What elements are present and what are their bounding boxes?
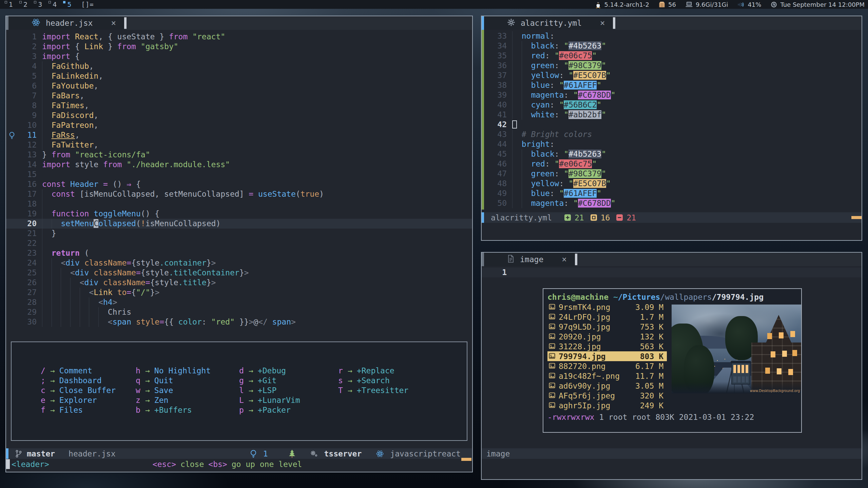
code-line-12: 12FaTwitter, xyxy=(6,140,472,150)
code-line-2: 2import { Link } from "gatsby" xyxy=(6,42,472,52)
file-row-882720.png[interactable]: 882720.png6.17 M xyxy=(547,361,667,371)
code-line-45: 45black: "#4b5263" xyxy=(482,149,862,159)
code-line-42: 42 xyxy=(482,120,862,130)
whichkey-item-explorer[interactable]: e→Explorer xyxy=(40,395,116,405)
line-number: 41 xyxy=(488,110,507,120)
file-row-24LrDFQ.jpg[interactable]: 24LrDFQ.jpg1.7 M xyxy=(547,312,667,322)
path-segment: /799794.jpg xyxy=(712,293,764,301)
file-row-9rsmTK4.png[interactable]: 9rsmTK4.png3.09 M xyxy=(547,302,667,312)
whichkey-item--replace[interactable]: r→+Replace xyxy=(338,366,408,376)
workspace-indicator xyxy=(49,1,51,3)
code-line-27: 27<Link to={"/"}> xyxy=(6,288,472,297)
file-row-31228.jpg[interactable]: 31228.jpg563 K xyxy=(547,341,667,351)
workspace-tag-5[interactable]: 5 xyxy=(62,0,76,9)
statusline-left: master header.jsx 1 tsserver javascriptr… xyxy=(6,448,472,459)
whichkey-item-close-buffer[interactable]: c→Close Buffer xyxy=(40,386,116,395)
status-item-volume: 41% xyxy=(737,1,761,8)
bufferline: header.jsx × xyxy=(6,16,472,30)
git-branch-icon xyxy=(15,450,22,458)
line-number: 40 xyxy=(488,100,507,110)
whichkey-item--git[interactable]: g→+Git xyxy=(239,376,300,386)
path-segment: /Pictures xyxy=(618,293,660,301)
close-icon[interactable]: × xyxy=(562,255,566,264)
whichkey-item--treesitter[interactable]: T→+Treesitter xyxy=(338,386,408,395)
arrow-icon: → xyxy=(50,376,55,386)
file-permissions: -rwxrwxrwx 1 root root 803K 2021-03-01 2… xyxy=(547,412,801,422)
whichkey-item-comment[interactable]: /→Comment xyxy=(40,366,116,376)
arrow-icon: → xyxy=(50,395,55,405)
line-number: 3 xyxy=(18,52,37,61)
code-line-39: 39magenta: "#C678DD" xyxy=(482,90,862,100)
code-line-23: 23return ( xyxy=(6,248,472,258)
tab-alacritty-yml[interactable]: alacritty.yml × xyxy=(484,16,613,30)
whichkey-item--packer[interactable]: p→+Packer xyxy=(239,405,300,415)
line-number: 46 xyxy=(488,159,507,169)
file-row-AFq5r6j.jpeg[interactable]: AFq5r6j.jpeg320 K xyxy=(547,391,667,401)
tab-indicator xyxy=(482,253,484,266)
file-row-ad6v90y.jpg[interactable]: ad6v90y.jpg3.05 M xyxy=(547,381,667,391)
arrow-icon: → xyxy=(249,376,253,386)
whichkey-item--lsp[interactable]: l→+LSP xyxy=(239,386,300,395)
close-icon[interactable]: × xyxy=(111,18,116,28)
tab-image[interactable]: image × xyxy=(484,253,575,266)
code-line-30: 30<span style={{ color: "red" }}>@</ spa… xyxy=(6,317,472,327)
code-line-25: 25<div className={style.titleContainer}> xyxy=(6,268,472,278)
clock-icon xyxy=(771,1,777,8)
whichkey-item-zen[interactable]: z→Zen xyxy=(135,395,211,405)
line-number: 35 xyxy=(488,51,507,61)
layout-symbol[interactable]: []= xyxy=(76,1,98,8)
arrow-icon: → xyxy=(249,395,253,405)
image-file-icon xyxy=(549,342,555,351)
line-number: 34 xyxy=(488,41,507,51)
code-line-1: 1import React, { useState } from "react" xyxy=(6,32,472,42)
file-row-97q9L5D.jpg[interactable]: 97q9L5D.jpg753 K xyxy=(547,322,667,332)
whichkey-item--search[interactable]: s→+Search xyxy=(338,376,408,386)
workspace-tag-1[interactable]: 1 xyxy=(3,0,18,9)
line-number: 26 xyxy=(18,278,37,288)
workspace-tag-3[interactable]: 3 xyxy=(33,0,47,9)
code-line-6: 6FaYoutube, xyxy=(6,81,472,91)
code-line-49: 49blue: "#61AFEF" xyxy=(482,189,862,198)
close-icon[interactable]: × xyxy=(600,18,605,28)
line-number: 11 xyxy=(18,130,37,140)
mode-indicator-bar xyxy=(482,212,484,223)
file-row-a19c482f~.png[interactable]: a19c482f~.png11.7 M xyxy=(547,371,667,381)
code-line-5: 5FaLinkedin, xyxy=(6,71,472,81)
whichkey-item--lunarvim[interactable]: L→+LunarVim xyxy=(239,395,300,405)
whichkey-item-no-highlight[interactable]: h→No Highlight xyxy=(135,366,211,376)
whichkey-item-files[interactable]: f→Files xyxy=(40,405,116,415)
workspace-indicator xyxy=(34,1,36,3)
code-line-26: 26<div className={style.title}> xyxy=(6,278,472,288)
code-line-21: 21} xyxy=(6,229,472,238)
code-line-36: 36green: "#98C379" xyxy=(482,61,862,71)
whichkey-item--buffers[interactable]: b→+Buffers xyxy=(135,405,211,415)
tabbar-fill xyxy=(577,253,862,266)
code-line-3: 3import { xyxy=(6,52,472,61)
workspace-tag-2[interactable]: 2 xyxy=(18,0,33,9)
cable-car xyxy=(731,362,750,385)
status-item-packages: 56 xyxy=(659,1,676,8)
file-row-20920.jpg[interactable]: 20920.jpg132 K xyxy=(547,332,667,341)
code-line-18: 18 xyxy=(6,199,472,209)
image-file-icon xyxy=(549,372,555,380)
path-segment xyxy=(609,293,613,301)
file-row-aghr5Ip.jpg[interactable]: aghr5Ip.jpg249 K xyxy=(547,401,667,410)
code-area-alacritty-yml: 33normal:34black: "#4b5263"35red: "#e06c… xyxy=(482,31,862,208)
code-action-bulb-icon[interactable] xyxy=(6,130,18,140)
git-branch-label[interactable]: master xyxy=(27,449,55,458)
command-line: <leader> <esc>close<bs>go up one level xyxy=(6,459,472,469)
code-line-8: 8FaTimes, xyxy=(6,101,472,111)
git-added-count: 21 xyxy=(575,213,584,222)
line-number: 29 xyxy=(18,307,37,317)
whichkey-item-save[interactable]: w→Save xyxy=(135,386,211,395)
line-number: 21 xyxy=(18,229,37,238)
tabbar-fill xyxy=(127,16,472,30)
tab-header-jsx[interactable]: header.jsx × xyxy=(8,16,124,30)
workspace-switcher: 12345 xyxy=(0,0,76,9)
file-row-799794.jpg[interactable]: 799794.jpg803 K xyxy=(547,351,667,361)
whichkey-item-dashboard[interactable]: ;→Dashboard xyxy=(40,376,116,386)
workspace-tag-4[interactable]: 4 xyxy=(47,0,62,9)
pending-keys: <leader> xyxy=(12,460,49,469)
whichkey-item--debug[interactable]: d→+Debug xyxy=(239,366,300,376)
whichkey-item-quit[interactable]: q→Quit xyxy=(135,376,211,386)
